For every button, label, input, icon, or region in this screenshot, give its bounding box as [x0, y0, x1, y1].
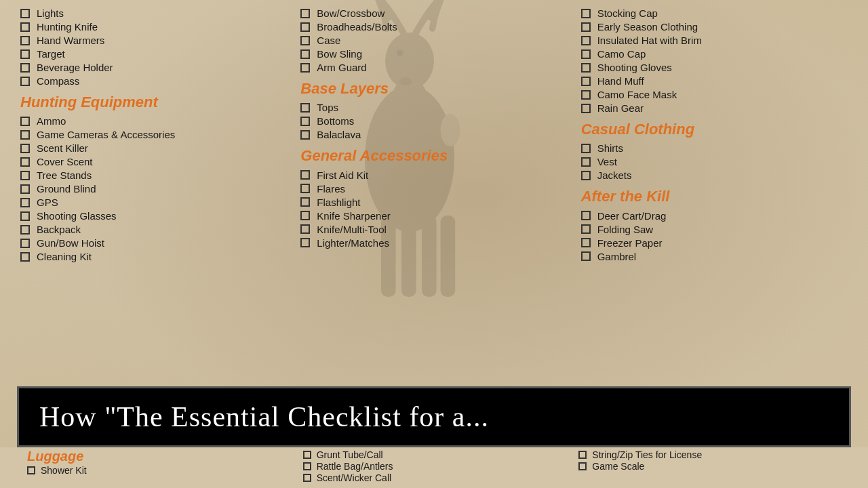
list-item: Jackets — [581, 169, 848, 181]
banner-text: How "The Essential Checklist for a... — [39, 401, 489, 432]
checkbox-compass[interactable] — [20, 77, 30, 86]
list-item: Deer Cart/Drag — [581, 210, 848, 222]
list-item: Folding Saw — [581, 224, 848, 235]
list-item: Shooting Gloves — [581, 62, 848, 73]
list-item: Shooting Glasses — [20, 210, 287, 222]
list-item: Compass — [20, 75, 287, 87]
list-item: Knife/Multi-Tool — [300, 224, 567, 235]
list-item: Arm Guard — [300, 62, 567, 73]
list-item: Flares — [300, 183, 567, 195]
list-item: Early Season Clothing — [581, 21, 848, 33]
list-item: Stocking Cap — [581, 7, 848, 19]
list-item: Gun/Bow Hoist — [20, 237, 287, 249]
list-item: Tops — [300, 102, 567, 113]
bottom-banner: How "The Essential Checklist for a... — [17, 386, 851, 447]
list-item: Vest — [581, 156, 848, 167]
base-layers-section: Tops Bottoms Balaclava — [300, 102, 567, 140]
list-item: Game Cameras & Accessories — [20, 129, 287, 140]
list-item: Beverage Holder — [20, 62, 287, 73]
bottom-col-3: String/Zip Ties for License Game Scale — [572, 449, 848, 487]
list-item: Shower Kit — [27, 465, 290, 476]
list-item: Bow Sling — [300, 48, 567, 60]
casual-clothing-title: Casual Clothing — [581, 121, 848, 138]
list-item: GPS — [20, 197, 287, 208]
list-item: Scent/Wicker Call — [303, 472, 566, 483]
list-item: Scent Killer — [20, 142, 287, 154]
list-item: Tree Stands — [20, 169, 287, 181]
list-item: Grunt Tube/Call — [303, 449, 566, 460]
after-the-kill-title: After the Kill — [581, 188, 848, 205]
list-item: Ammo — [20, 115, 287, 127]
list-item: Gambrel — [581, 251, 848, 262]
list-item: Flashlight — [300, 197, 567, 208]
list-item: Freezer Paper — [581, 237, 848, 249]
list-item: Broadheads/Bolts — [300, 21, 567, 33]
luggage-title: Luggage — [27, 449, 290, 464]
casual-clothing-section: Shirts Vest Jackets — [581, 142, 848, 181]
misc-items-section: Lights Hunting Knife Hand Warmers Target… — [20, 7, 287, 87]
checkbox-target[interactable] — [20, 49, 30, 59]
list-item: Cleaning Kit — [20, 251, 287, 262]
checkbox-hunting-knife[interactable] — [20, 22, 30, 32]
column-3: Stocking Cap Early Season Clothing Insul… — [574, 5, 854, 354]
list-item: Rain Gear — [581, 102, 848, 114]
list-item: Shirts — [581, 142, 848, 154]
list-item: Backpack — [20, 224, 287, 235]
checkbox-beverage-holder[interactable] — [20, 63, 30, 73]
headwear-section: Stocking Cap Early Season Clothing Insul… — [581, 7, 848, 114]
list-item: Hand Warmers — [20, 35, 287, 46]
after-the-kill-section: Deer Cart/Drag Folding Saw Freezer Paper… — [581, 210, 848, 262]
base-layers-title: Base Layers — [300, 80, 567, 98]
hunting-equipment-title: Hunting Equipment — [20, 94, 287, 111]
list-item: Lights — [20, 7, 287, 19]
main-content: Lights Hunting Knife Hand Warmers Target… — [0, 0, 868, 359]
list-item: Bottoms — [300, 115, 567, 127]
list-item: Ground Blind — [20, 183, 287, 195]
list-item: Camo Face Mask — [581, 89, 848, 100]
list-item: Lighter/Matches — [300, 237, 567, 249]
list-item: String/Zip Ties for License — [578, 449, 841, 460]
list-item: Cover Scent — [20, 156, 287, 167]
list-item: Bow/Crossbow — [300, 7, 567, 19]
bottom-partial-content: Luggage Shower Kit Grunt Tube/Call Rattl… — [0, 447, 868, 488]
list-item: Hand Muff — [581, 75, 848, 87]
hunting-equipment-section: Ammo Game Cameras & Accessories Scent Ki… — [20, 115, 287, 262]
archery-section: Bow/Crossbow Broadheads/Bolts Case Bow S… — [300, 7, 567, 73]
list-item: Rattle Bag/Antlers — [303, 461, 566, 472]
checkbox-hand-warmers[interactable] — [20, 36, 30, 45]
general-accessories-section: First Aid Kit Flares Flashlight Knife Sh… — [300, 169, 567, 249]
list-item: First Aid Kit — [300, 169, 567, 181]
list-item: Insulated Hat with Brim — [581, 35, 848, 46]
list-item: Knife Sharpener — [300, 210, 567, 222]
checkbox-lights[interactable] — [20, 9, 30, 18]
list-item: Balaclava — [300, 129, 567, 140]
column-2: Bow/Crossbow Broadheads/Bolts Case Bow S… — [294, 5, 574, 354]
bottom-col-1: Luggage Shower Kit — [20, 449, 296, 487]
list-item: Case — [300, 35, 567, 46]
list-item: Game Scale — [578, 461, 841, 472]
general-accessories-title: General Accessories — [300, 147, 567, 165]
list-item: Camo Cap — [581, 48, 848, 60]
list-item: Target — [20, 48, 287, 60]
column-1: Lights Hunting Knife Hand Warmers Target… — [14, 5, 294, 354]
list-item: Hunting Knife — [20, 21, 287, 33]
bottom-col-2: Grunt Tube/Call Rattle Bag/Antlers Scent… — [296, 449, 572, 487]
